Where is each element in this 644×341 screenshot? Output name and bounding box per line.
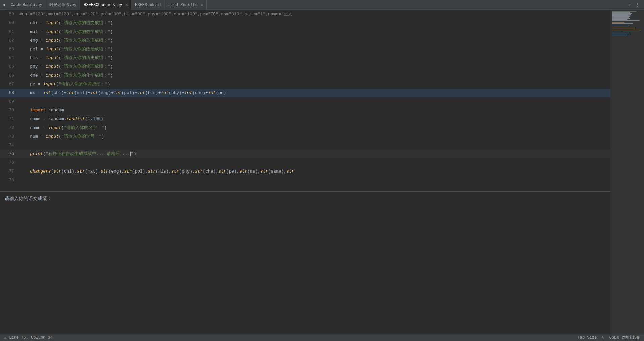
- line-num-59: 59: [1, 10, 18, 19]
- terminal-panel[interactable]: 请输入你的语文成绩：: [0, 191, 610, 334]
- code-line-77: 77 changers(str(chi),str(mat),str(eng),s…: [0, 167, 610, 176]
- tab-cacheBaidu[interactable]: CacheBaidu.py: [7, 0, 46, 10]
- code-line-62: 62 eng = input("请输入你的英语成绩："): [0, 36, 610, 45]
- status-bar: ⚠ Line 75, Column 34 Tab Size: 4 CSDN @地…: [0, 334, 644, 341]
- line-content-59: #chi="120",mat="120",eng="120",pol="90",…: [18, 10, 610, 19]
- code-line-75: 75 print("程序正在自动生成成绩中... 请稍后 ..."): [0, 150, 610, 158]
- line-content-71: same = random.randint(1,100): [18, 115, 610, 124]
- line-num-70: 70: [1, 106, 18, 115]
- code-line-59: 59 #chi="120",mat="120",eng="120",pol="9…: [0, 10, 610, 19]
- line-content-61: mat = input("请输入你的数学成绩："): [18, 28, 610, 36]
- line-num-67: 67: [1, 80, 18, 89]
- line-num-77: 77: [1, 167, 18, 176]
- warning-icon: ⚠: [4, 335, 6, 340]
- cursor-position: Line 75, Column 34: [9, 335, 53, 340]
- line-content-72: name = input("请输入你的名字："): [18, 124, 610, 132]
- line-num-71: 71: [1, 115, 18, 124]
- tab-close-findresults[interactable]: ✕: [201, 3, 203, 7]
- tab-options-button[interactable]: ⋮: [634, 2, 641, 8]
- line-num-69: 69: [1, 97, 18, 106]
- status-left: ⚠ Line 75, Column 34: [4, 335, 53, 340]
- code-line-72: 72 name = input("请输入你的名字："): [0, 124, 610, 132]
- line-num-64: 64: [1, 54, 18, 62]
- code-line-63: 63 pol = input("请输入你的政治成绩："): [0, 45, 610, 54]
- line-num-73: 73: [1, 132, 18, 141]
- code-line-67: 67 pe = input("请输入你的体育成绩："): [0, 80, 610, 89]
- line-content-62: eng = input("请输入你的英语成绩："): [18, 36, 610, 45]
- code-line-73: 73 num = input("请输入你的学号："): [0, 132, 610, 141]
- tab-label-findresults: Find Results: [168, 3, 197, 7]
- tab-size-label: Tab Size: 4: [578, 335, 604, 340]
- new-tab-button[interactable]: +: [627, 2, 633, 8]
- line-num-62: 62: [1, 36, 18, 45]
- line-content-77: changers(str(chi),str(mat),str(eng),str(…: [18, 167, 610, 176]
- line-num-72: 72: [1, 124, 18, 132]
- line-content-63: pol = input("请输入你的政治成绩："): [18, 45, 610, 54]
- tab-close-hsees[interactable]: ✕: [125, 3, 128, 7]
- line-content-67: pe = input("请输入你的体育成绩："): [18, 80, 610, 89]
- code-line-70: 70 import random: [0, 106, 610, 115]
- line-num-78: 78: [1, 176, 18, 185]
- code-line-78: 78: [0, 176, 610, 185]
- line-content-70: import random: [18, 106, 610, 115]
- tab-hseesmhtml[interactable]: HSEES.mhtml: [131, 0, 165, 10]
- code-line-64: 64 his = input("请输入你的历史成绩："): [0, 54, 610, 62]
- tab-findresults[interactable]: Find Results ✕: [165, 0, 207, 10]
- code-panel: 59 #chi="120",mat="120",eng="120",pol="9…: [0, 10, 610, 334]
- tab-label-hseesmhtml: HSEES.mhtml: [135, 3, 161, 7]
- status-right: Tab Size: 4 CSDN @地球老秦: [578, 335, 640, 340]
- editor-container: 59 #chi="120",mat="120",eng="120",pol="9…: [0, 10, 644, 334]
- minimap-content: [610, 10, 644, 37]
- terminal-output: 请输入你的语文成绩：: [5, 195, 606, 202]
- tab-actions: + ⋮: [627, 2, 644, 8]
- line-num-61: 61: [1, 28, 18, 36]
- tab-shiguang[interactable]: 时光记录卡.py: [46, 0, 80, 10]
- line-content-66: che = input("请输入你的化学成绩："): [18, 71, 610, 80]
- tab-bar: ◀ CacheBaidu.py 时光记录卡.py HSEESChangers.p…: [0, 0, 644, 10]
- tab-label-hsees: HSEESChangers.py: [84, 3, 122, 7]
- line-num-75: 75: [1, 150, 18, 158]
- line-num-65: 65: [1, 62, 18, 71]
- line-num-68: 68: [1, 89, 18, 97]
- line-num-74: 74: [1, 141, 18, 150]
- code-line-74: 74: [0, 141, 610, 150]
- line-num-66: 66: [1, 71, 18, 80]
- tab-label-cacheBaidu: CacheBaidu.py: [11, 3, 42, 7]
- line-content-75: print("程序正在自动生成成绩中... 请稍后 ..."): [18, 150, 610, 158]
- line-content-73: num = input("请输入你的学号："): [18, 132, 610, 141]
- code-line-61: 61 mat = input("请输入你的数学成绩："): [0, 28, 610, 36]
- line-num-60: 60: [1, 19, 18, 28]
- tab-label-shiguang: 时光记录卡.py: [49, 2, 77, 8]
- code-area[interactable]: 59 #chi="120",mat="120",eng="120",pol="9…: [0, 10, 610, 191]
- line-content-68: ms = int(chi)+int(mat)+int(eng)+int(pol)…: [18, 89, 610, 97]
- code-line-60: 60 chi = input("请输入你的语文成绩："): [0, 19, 610, 28]
- code-line-76: 76: [0, 158, 610, 167]
- code-line-69: 69: [0, 97, 610, 106]
- brand-label: CSDN @地球老秦: [609, 335, 640, 340]
- tab-hsees[interactable]: HSEESChangers.py ✕: [80, 0, 131, 10]
- line-content-65: phy = input("请输入你的物理成绩："): [18, 62, 610, 71]
- code-lines: 59 #chi="120",mat="120",eng="120",pol="9…: [0, 10, 610, 191]
- line-num-76: 76: [1, 158, 18, 167]
- tab-nav-prev[interactable]: ◀: [0, 0, 7, 10]
- code-line-68: 68 ms = int(chi)+int(mat)+int(eng)+int(p…: [0, 89, 610, 97]
- line-content-64: his = input("请输入你的历史成绩："): [18, 54, 610, 62]
- line-num-63: 63: [1, 45, 18, 54]
- minimap: [610, 10, 644, 334]
- code-line-71: 71 same = random.randint(1,100): [0, 115, 610, 124]
- code-line-65: 65 phy = input("请输入你的物理成绩："): [0, 62, 610, 71]
- code-line-66: 66 che = input("请输入你的化学成绩："): [0, 71, 610, 80]
- line-content-60: chi = input("请输入你的语文成绩："): [18, 19, 610, 28]
